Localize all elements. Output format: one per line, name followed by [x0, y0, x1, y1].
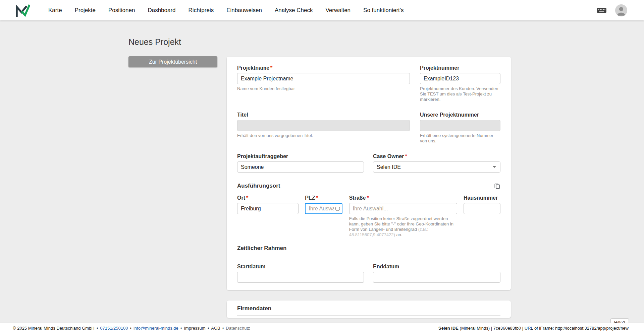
titel-helper: Erhält den von uns vorgegebenen Titel. — [237, 133, 410, 138]
footer-separator: • — [208, 326, 209, 331]
startdatum-input[interactable] — [237, 272, 364, 283]
user-avatar[interactable] — [615, 4, 627, 16]
section-divider — [237, 255, 500, 255]
required-asterisk: * — [405, 153, 407, 159]
case-owner-selected-value: Selen IDE — [377, 164, 401, 170]
projektname-label: Projektname* — [237, 65, 410, 71]
nav-item-einbauweisen[interactable]: Einbauweisen — [220, 0, 268, 20]
footer-separator: • — [222, 326, 224, 331]
project-form-card: Projektname* Name vom Kunden festlegbar … — [227, 57, 511, 290]
section-zeitlicher-rahmen-title: Zeitlicher Rahmen — [237, 245, 500, 252]
projektauftraggeber-label: Projektauftraggeber — [237, 153, 364, 159]
required-asterisk: * — [316, 195, 318, 201]
required-asterisk: * — [246, 195, 248, 201]
keyboard-icon[interactable] — [596, 6, 607, 14]
nav-item-richtpreis[interactable]: Richtpreis — [182, 0, 220, 20]
strasse-label: Straße* — [349, 195, 457, 201]
section-firmendaten-title: Firmendaten — [237, 305, 500, 312]
strasse-helper: Falls die Position keiner Straße zugeord… — [349, 216, 457, 238]
section-divider — [237, 315, 500, 316]
nav-item-so-funktionierts[interactable]: So funktioniert's — [357, 0, 410, 20]
footer-datenschutz-link[interactable]: Datenschutz — [226, 326, 250, 331]
required-asterisk: * — [270, 65, 272, 71]
case-owner-label: Case Owner* — [373, 153, 500, 159]
nav-item-projekte[interactable]: Projekte — [68, 0, 102, 20]
footer-bar: © 2025 Mineral Minds Deutschland GmbH • … — [0, 323, 644, 333]
unsere-projektnummer-helper: Erhält eine systemgenerierte Nummer von … — [420, 133, 500, 144]
nav-item-positionen[interactable]: Positionen — [102, 0, 141, 20]
strasse-input[interactable] — [349, 203, 457, 214]
unsere-projektnummer-label: Unsere Projektnummer — [420, 112, 500, 118]
footer-separator: • — [130, 326, 131, 331]
footer-agb-link[interactable]: AGB — [211, 326, 220, 331]
loading-spinner-icon — [335, 206, 340, 211]
unsere-projektnummer-input — [420, 120, 500, 131]
projektnummer-label: Projektnummer — [420, 65, 500, 71]
footer-impressum-link[interactable]: Impressum — [184, 326, 205, 331]
nav-item-dashboard[interactable]: Dashboard — [141, 0, 182, 20]
footer-separator: • — [97, 326, 98, 331]
chevron-down-icon — [493, 166, 496, 168]
projektname-helper: Name vom Kunden festlegbar — [237, 86, 410, 91]
footer-user-name: Selen IDE — [438, 326, 459, 331]
nav-item-verwalten[interactable]: Verwalten — [319, 0, 357, 20]
ort-input[interactable] — [237, 203, 299, 214]
copy-icon[interactable] — [494, 183, 500, 189]
plz-label: PLZ* — [305, 195, 342, 201]
zur-projektuebersicht-button[interactable]: Zur Projektübersicht — [128, 56, 217, 67]
page-content: Neues Projekt Zur Projektübersicht Proje… — [0, 20, 644, 323]
main-navigation: Karte Projekte Positionen Dashboard Rich… — [42, 0, 410, 20]
ort-label: Ort* — [237, 195, 299, 201]
section-ausfuehrungsort-title: Ausführungsort — [237, 183, 280, 189]
case-owner-select[interactable]: Selen IDE — [373, 161, 500, 173]
titel-input — [237, 120, 410, 131]
firmendaten-card: Firmendaten — [227, 301, 511, 318]
app-logo[interactable] — [15, 4, 30, 17]
footer-copyright: © 2025 Mineral Minds Deutschland GmbH — [13, 326, 95, 331]
mineral-minds-logo-icon — [15, 4, 30, 17]
hausnummer-input[interactable] — [464, 203, 500, 214]
startdatum-label: Startdatum — [237, 263, 364, 270]
enddatum-input[interactable] — [373, 272, 500, 283]
enddatum-label: Enddatum — [373, 263, 500, 270]
footer-email-link[interactable]: info@mineral-minds.de — [133, 326, 178, 331]
required-asterisk: * — [367, 195, 369, 201]
footer-session-info: Selen IDE (Mineral Minds) | 7ce360e83fb0… — [438, 326, 629, 331]
nav-item-analyse-check[interactable]: Analyse Check — [268, 0, 319, 20]
titel-label: Titel — [237, 112, 410, 118]
footer-separator: • — [180, 326, 182, 331]
footer-phone-link[interactable]: 07151/250100 — [100, 326, 128, 331]
projektnummer-helper: Projektnummer des Kunden. Verwenden Sie … — [420, 86, 500, 102]
projektnummer-input[interactable] — [420, 73, 500, 84]
nav-item-karte[interactable]: Karte — [42, 0, 68, 20]
projektname-input[interactable] — [237, 73, 410, 84]
page-title: Neues Projekt — [128, 37, 181, 47]
top-navbar: Karte Projekte Positionen Dashboard Rich… — [0, 0, 644, 20]
projektauftraggeber-input[interactable] — [237, 161, 364, 173]
footer-meta: (Mineral Minds) | 7ce360e83fb0 | URL of … — [459, 326, 629, 331]
hausnummer-label: Hausnummer — [464, 195, 500, 201]
